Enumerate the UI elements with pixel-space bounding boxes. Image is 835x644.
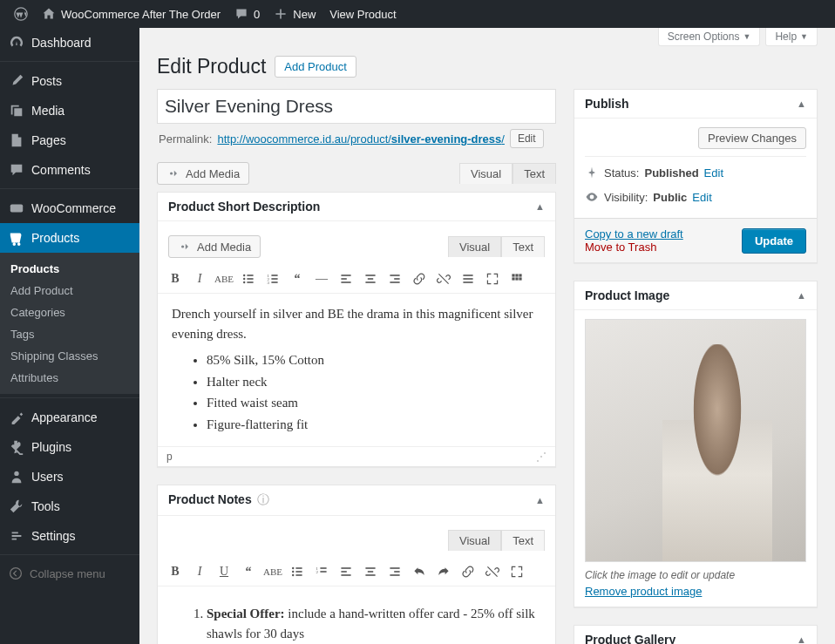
comment-count: 0 [254, 8, 260, 21]
resize-handle-icon[interactable]: ⋰ [536, 451, 546, 463]
svg-rect-53 [394, 571, 399, 573]
bold-icon[interactable]: B [165, 268, 186, 289]
hr-icon[interactable]: — [311, 268, 332, 289]
underline-icon[interactable]: U [214, 561, 234, 582]
add-media-button-short[interactable]: Add Media [168, 235, 261, 258]
toolbar-toggle-icon[interactable] [506, 268, 527, 289]
menu-plugins[interactable]: Plugins [0, 432, 139, 462]
menu-products[interactable]: Products [0, 223, 139, 253]
menu-dashboard[interactable]: Dashboard [0, 28, 139, 58]
tab-visual-notes[interactable]: Visual [448, 530, 501, 551]
update-button[interactable]: Update [742, 228, 806, 254]
copy-draft-link[interactable]: Copy to a new draft [585, 227, 683, 241]
edit-visibility-link[interactable]: Edit [692, 191, 711, 204]
menu-users[interactable]: Users [0, 462, 139, 491]
blockquote-icon[interactable]: “ [287, 268, 308, 289]
add-media-button-main[interactable]: Add Media [157, 162, 249, 185]
menu-appearance[interactable]: Appearance [0, 403, 139, 432]
toggle-box-icon[interactable]: ▲ [797, 98, 806, 109]
align-center-icon[interactable] [360, 561, 381, 582]
fullscreen-icon[interactable] [482, 268, 503, 289]
toggle-box-icon[interactable]: ▲ [535, 201, 545, 212]
svg-rect-37 [295, 567, 302, 569]
screen-options-toggle[interactable]: Screen Options▼ [658, 28, 761, 46]
remove-product-image-link[interactable]: Remove product image [585, 585, 702, 598]
admin-menu: Dashboard Posts Media Pages Comments Woo… [0, 28, 139, 644]
tab-text-main[interactable]: Text [513, 163, 556, 184]
short-description-box: Product Short Description▲ Add Media Vis… [157, 192, 556, 467]
menu-woocommerce[interactable]: WooCommerce [0, 193, 139, 223]
submenu-products-all[interactable]: Products [0, 258, 139, 280]
align-left-icon[interactable] [336, 268, 356, 289]
comments-bubble[interactable]: 0 [227, 0, 267, 28]
status-value: Published [644, 166, 698, 180]
bold-icon[interactable]: B [165, 561, 186, 582]
help-icon[interactable]: ⓘ [257, 492, 269, 506]
align-right-icon[interactable] [384, 561, 405, 582]
toggle-box-icon[interactable]: ▲ [535, 495, 545, 505]
italic-icon[interactable]: I [189, 268, 210, 289]
submenu-categories[interactable]: Categories [0, 302, 139, 323]
ol-icon[interactable]: 123 [262, 268, 283, 289]
submenu-add-product[interactable]: Add Product [0, 280, 139, 302]
link-icon[interactable] [409, 268, 430, 289]
svg-rect-21 [365, 275, 375, 276]
link-icon[interactable] [458, 561, 479, 582]
blockquote-icon[interactable]: “ [238, 561, 259, 582]
toggle-box-icon[interactable]: ▲ [797, 290, 806, 301]
add-product-button[interactable]: Add Product [275, 56, 356, 78]
view-product[interactable]: View Product [322, 0, 403, 28]
help-toggle[interactable]: Help▼ [765, 28, 818, 46]
strikethrough-icon[interactable]: ABE [214, 268, 234, 289]
tab-visual-short[interactable]: Visual [448, 236, 501, 257]
tab-text-short[interactable]: Text [501, 236, 545, 257]
new-content[interactable]: New [267, 0, 322, 28]
permalink-link[interactable]: http://woocommerce.id.au/product/silver-… [217, 132, 505, 146]
menu-pages[interactable]: Pages [0, 125, 139, 155]
align-center-icon[interactable] [360, 268, 381, 289]
svg-rect-35 [519, 277, 521, 280]
move-to-trash-link[interactable]: Move to Trash [585, 241, 683, 254]
ul-icon[interactable] [287, 561, 308, 582]
submenu-tags[interactable]: Tags [0, 323, 139, 345]
site-home[interactable]: WooCommerce After The Order [35, 0, 227, 28]
submenu-shipping-classes[interactable]: Shipping Classes [0, 345, 139, 367]
unlink-icon[interactable] [482, 561, 503, 582]
site-name: WooCommerce After The Order [61, 8, 221, 21]
toggle-box-icon[interactable]: ▲ [797, 634, 806, 644]
fullscreen-icon[interactable] [506, 561, 527, 582]
redo-icon[interactable] [433, 561, 454, 582]
menu-media[interactable]: Media [0, 96, 139, 125]
menu-comments[interactable]: Comments [0, 155, 139, 185]
undo-icon[interactable] [409, 561, 430, 582]
svg-rect-47 [341, 571, 346, 573]
more-icon[interactable] [458, 268, 479, 289]
tab-text-notes[interactable]: Text [501, 530, 545, 551]
short-description-editor[interactable]: Drench yourself in silver and BE the dra… [158, 294, 555, 446]
menu-posts[interactable]: Posts [0, 66, 139, 96]
product-featured-image[interactable] [585, 319, 806, 562]
align-right-icon[interactable] [384, 268, 405, 289]
preview-changes-button[interactable]: Preview Changes [698, 127, 806, 149]
wp-logo[interactable] [7, 0, 35, 28]
ul-icon[interactable] [238, 268, 259, 289]
collapse-menu[interactable]: Collapse menu [0, 559, 139, 587]
strikethrough-icon[interactable]: ABE [262, 561, 283, 582]
product-notes-editor[interactable]: Special Offer: include a hand-written of… [158, 586, 555, 644]
tab-visual-main[interactable]: Visual [459, 163, 513, 184]
submenu-attributes[interactable]: Attributes [0, 367, 139, 389]
italic-icon[interactable]: I [189, 561, 210, 582]
svg-point-4 [170, 172, 173, 174]
product-notes-title: Product Notes [168, 492, 252, 506]
permalink-edit-button[interactable]: Edit [510, 129, 544, 148]
product-image-title: Product Image [585, 288, 669, 302]
edit-status-link[interactable]: Edit [704, 166, 723, 180]
align-left-icon[interactable] [336, 561, 356, 582]
svg-rect-51 [365, 574, 375, 576]
svg-rect-50 [368, 571, 373, 573]
menu-settings[interactable]: Settings [0, 521, 139, 551]
ol-icon[interactable]: 12 [311, 561, 332, 582]
product-title-input[interactable] [165, 92, 548, 120]
unlink-icon[interactable] [433, 268, 454, 289]
menu-tools[interactable]: Tools [0, 491, 139, 521]
